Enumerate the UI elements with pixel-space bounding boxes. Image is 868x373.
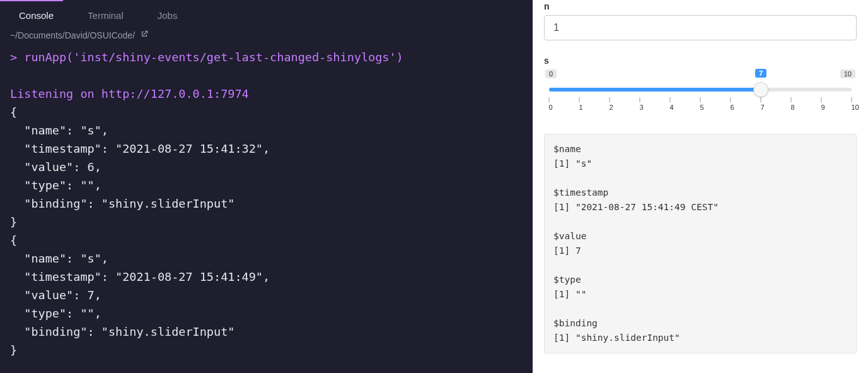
slider-tick: 5 — [700, 97, 701, 111]
active-tab-indicator — [0, 0, 533, 1]
slider-tick: 3 — [640, 97, 640, 111]
slider-tick: 2 — [610, 97, 610, 111]
r-output-box: $name [1] "s" $timestamp [1] "2021-08-27… — [544, 134, 857, 353]
slider-tick-label: 0 — [549, 104, 550, 111]
slider-max-label: 10 — [840, 69, 855, 78]
slider-tick-label: 2 — [610, 104, 610, 111]
tab-console[interactable]: Console — [19, 10, 54, 21]
slider-range-labels: 0 10 — [544, 69, 857, 78]
working-directory-path[interactable]: ~/Documents/David/OSUICode/ — [10, 30, 135, 40]
n-input[interactable] — [544, 15, 857, 40]
slider-tick: 9 — [821, 97, 822, 111]
prompt-symbol: > — [10, 50, 17, 64]
slider-tick: 6 — [731, 97, 731, 111]
slider-tick: 8 — [791, 97, 792, 111]
last-command: runApp('inst/shiny-events/get-last-chang… — [24, 50, 403, 64]
working-directory-row: ~/Documents/David/OSUICode/ — [0, 27, 533, 45]
slider-tick-label: 3 — [640, 104, 640, 111]
shiny-app-panel: n s 0 10 7 012345678910 $name [1] "s" $t… — [533, 0, 868, 373]
slider-ticks: 012345678910 — [549, 97, 852, 115]
slider-tick-label: 4 — [670, 104, 671, 111]
slider-tick: 10 — [852, 97, 852, 111]
slider-min-label: 0 — [545, 69, 557, 78]
n-label: n — [544, 1, 857, 11]
listening-line: Listening on http://127.0.0.1:7974 — [10, 87, 249, 100]
slider-tick-label: 5 — [700, 104, 701, 111]
s-slider-group: s 0 10 7 012345678910 — [544, 54, 857, 115]
open-external-icon[interactable] — [140, 30, 149, 40]
slider-value-bubble: 7 — [755, 69, 767, 78]
console-json-output: { "name": "s", "timestamp": "2021-08-27 … — [10, 105, 270, 357]
s-label: s — [544, 56, 857, 66]
slider-tick-label: 8 — [791, 104, 792, 111]
slider-tick: 4 — [670, 97, 671, 111]
slider-tick-label: 7 — [761, 104, 761, 111]
slider-handle[interactable] — [753, 82, 768, 97]
console-tabs: Console Terminal Jobs — [0, 1, 533, 27]
tab-jobs[interactable]: Jobs — [158, 10, 178, 21]
console-panel: Console Terminal Jobs ~/Documents/David/… — [0, 0, 533, 373]
console-output[interactable]: > runApp('inst/shiny-events/get-last-cha… — [0, 45, 533, 373]
s-slider[interactable]: 7 — [549, 83, 852, 95]
tab-terminal[interactable]: Terminal — [88, 10, 124, 21]
slider-tick: 0 — [549, 97, 550, 111]
slider-tick: 7 — [761, 97, 761, 111]
slider-fill — [549, 88, 761, 92]
slider-tick-label: 1 — [579, 104, 580, 111]
slider-tick-label: 9 — [821, 104, 822, 111]
slider-tick-label: 10 — [852, 104, 852, 111]
slider-tick-label: 6 — [731, 104, 731, 111]
slider-tick: 1 — [579, 97, 580, 111]
